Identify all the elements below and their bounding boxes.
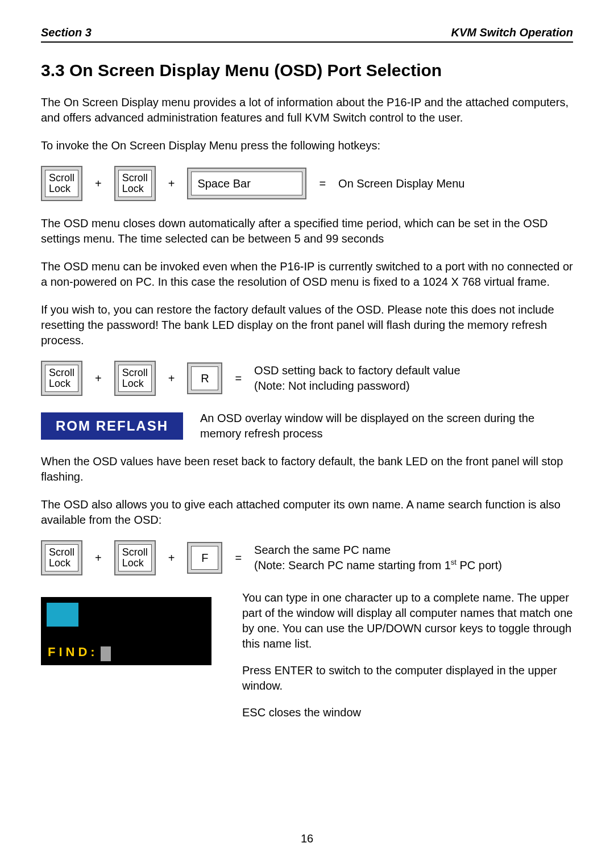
body-text: To invoke the On Screen Display Menu pre… [41, 138, 573, 153]
key-scroll-lock: Scroll Lock [41, 540, 82, 575]
key-label: Lock [49, 183, 74, 194]
key-scroll-lock: Scroll Lock [41, 361, 82, 396]
key-label: Scroll [122, 368, 148, 378]
result-line: (Note: Not including password) [254, 379, 409, 392]
key-label: Lock [122, 378, 148, 389]
key-f: F [187, 542, 222, 574]
hotkey-row-factory-reset: Scroll Lock + Scroll Lock + R = OSD sett… [41, 361, 573, 396]
key-scroll-lock: Scroll Lock [41, 166, 82, 201]
result-line: OSD setting back to factory default valu… [254, 364, 460, 377]
header-title: KVM Switch Operation [451, 26, 573, 39]
page-title: 3.3 On Screen Display Menu (OSD) Port Se… [41, 61, 573, 80]
hotkey-row-osd: Scroll Lock + Scroll Lock + Space Bar = … [41, 166, 573, 201]
page-number: 16 [0, 832, 614, 845]
page-header: Section 3 KVM Switch Operation [41, 26, 573, 43]
rom-reflash-text: An OSD overlay window will be displayed … [200, 411, 573, 441]
body-text: The OSD menu closes down automatically a… [41, 216, 573, 247]
key-label: Space Bar [197, 178, 250, 190]
key-label: Lock [122, 183, 148, 194]
rom-reflash-badge: ROM REFLASH [41, 412, 183, 440]
hotkey-result: Search the same PC name (Note: Search PC… [254, 542, 502, 574]
key-label: Lock [49, 378, 74, 389]
body-text: If you wish to, you can restore the fact… [41, 302, 573, 348]
body-text: Press ENTER to switch to the computer di… [242, 663, 573, 694]
equals-icon: = [319, 177, 326, 190]
key-label: F [201, 552, 208, 564]
find-explanation: You can type in one character up to a co… [242, 590, 573, 732]
equals-icon: = [235, 372, 242, 385]
find-window: FIND: [41, 597, 211, 665]
hotkey-row-search: Scroll Lock + Scroll Lock + F = Search t… [41, 540, 573, 575]
key-scroll-lock: Scroll Lock [114, 166, 156, 201]
key-label: Scroll [49, 547, 74, 558]
find-cursor-icon [101, 646, 111, 661]
key-space-bar: Space Bar [187, 168, 306, 199]
document-page: Section 3 KVM Switch Operation 3.3 On Sc… [0, 0, 614, 868]
key-r: R [187, 362, 222, 394]
result-line: (Note: Search PC name starting from 1st … [254, 559, 502, 571]
key-label: Lock [122, 558, 148, 569]
body-text: ESC closes the window [242, 705, 573, 720]
hotkey-result: OSD setting back to factory default valu… [254, 363, 460, 394]
body-text: The On Screen Display menu provides a lo… [41, 95, 573, 126]
body-text: You can type in one character up to a co… [242, 590, 573, 652]
plus-icon: + [95, 552, 102, 565]
key-label: Lock [49, 558, 74, 569]
result-line: Search the same PC name [254, 544, 391, 556]
plus-icon: + [95, 372, 102, 385]
key-label: Scroll [122, 173, 148, 183]
plus-icon: + [168, 552, 175, 565]
key-label: R [201, 373, 209, 385]
find-label-text: FIND: [48, 645, 98, 660]
body-text: The OSD menu can be invoked even when th… [41, 259, 573, 290]
equals-icon: = [235, 552, 242, 565]
key-scroll-lock: Scroll Lock [114, 361, 156, 396]
find-prompt: FIND: [48, 645, 111, 660]
key-label: Scroll [49, 368, 74, 378]
plus-icon: + [168, 372, 175, 385]
plus-icon: + [95, 177, 102, 190]
body-text: The OSD also allows you to give each att… [41, 497, 573, 528]
find-section: FIND: You can type in one character up t… [41, 590, 573, 732]
hotkey-result: On Screen Display Menu [338, 176, 464, 191]
key-label: Scroll [122, 547, 148, 558]
key-scroll-lock: Scroll Lock [114, 540, 156, 575]
plus-icon: + [168, 177, 175, 190]
key-label: Scroll [49, 173, 74, 183]
header-section: Section 3 [41, 26, 92, 39]
body-text: When the OSD values have been reset back… [41, 454, 573, 485]
find-result-highlight [47, 603, 78, 627]
rom-reflash-row: ROM REFLASH An OSD overlay window will b… [41, 411, 573, 441]
